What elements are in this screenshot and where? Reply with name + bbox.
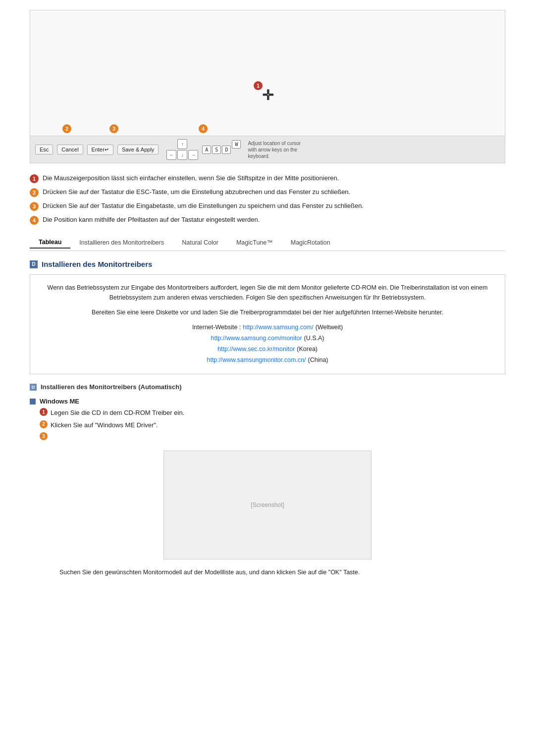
website-label: Internet-Website : bbox=[192, 322, 241, 332]
windows-me-steps: Windows ME 1 Legen Sie die CD in dem CD-… bbox=[40, 398, 505, 443]
bullet-text-3: Drücken Sie auf der Tastatur die Eingabe… bbox=[43, 201, 364, 211]
badge-2: 2 bbox=[62, 124, 71, 133]
enter-button[interactable]: Enter↵ bbox=[87, 145, 113, 155]
tab-magictune[interactable]: MagicTune™ bbox=[227, 237, 282, 248]
auto-install-label: Installieren des Monitortreibers (Automa… bbox=[41, 383, 182, 391]
auto-install-heading: D Installieren des Monitortreibers (Auto… bbox=[30, 383, 505, 391]
bullet-list: 1 Die Mauszeigerposition lässt sich einf… bbox=[30, 173, 505, 225]
letter-keys: A S D W bbox=[202, 140, 241, 159]
bottom-text-content: Suchen Sie den gewünschten Monitormodell… bbox=[59, 569, 360, 576]
win-step-text-2: Klicken Sie auf "Windows ME Driver". bbox=[51, 420, 158, 430]
link-korea[interactable]: http://www.sec.co.kr/monitor bbox=[217, 344, 295, 354]
bullet-badge-4: 4 bbox=[30, 216, 39, 225]
link-china[interactable]: http://www.samsungmonitor.com.cn/ bbox=[207, 355, 306, 365]
link-row-3: http://www.samsungmonitor.com.cn/ (China… bbox=[40, 355, 495, 365]
link-suffix-3: (China) bbox=[308, 355, 328, 365]
bullet-badge-2: 2 bbox=[30, 188, 39, 197]
arrow-up-key[interactable]: ↑ bbox=[177, 139, 187, 149]
info-para-1: Wenn das Betriebssystem zur Eingabe des … bbox=[40, 283, 495, 302]
arrow-right-key[interactable]: → bbox=[188, 150, 198, 160]
tab-magicrotation[interactable]: MagicRotation bbox=[282, 237, 339, 248]
tab-navigation: Tableau Installieren des Monitortreibers… bbox=[30, 237, 505, 251]
win-step-badge-1: 1 bbox=[40, 408, 48, 416]
link-suffix-2: (Korea) bbox=[297, 344, 318, 354]
tab-install-driver[interactable]: Installieren des Monitortreibers bbox=[70, 237, 173, 248]
screenshot-placeholder: [Screenshot] bbox=[163, 451, 372, 559]
tab-natural-color[interactable]: Natural Color bbox=[173, 237, 227, 248]
bullet-text-1: Die Mauszeigerposition lässt sich einfac… bbox=[43, 173, 339, 183]
win-step-text-1: Legen Sie die CD in dem CD-ROM Treiber e… bbox=[51, 408, 184, 418]
auto-install-section: D Installieren des Monitortreibers (Auto… bbox=[30, 383, 505, 391]
bottom-text: Suchen Sie den gewünschten Monitormodell… bbox=[30, 567, 505, 577]
esc-button[interactable]: Esc bbox=[35, 145, 53, 154]
section-title: Installieren des Monitortreibers bbox=[42, 260, 152, 268]
windows-me-section: Windows ME 1 Legen Sie die CD in dem CD-… bbox=[30, 398, 505, 443]
info-box: Wenn das Betriebssystem zur Eingabe des … bbox=[30, 274, 505, 374]
tab-tableau[interactable]: Tableau bbox=[30, 237, 70, 249]
key-w[interactable]: W bbox=[232, 140, 241, 149]
cancel-button[interactable]: Cancel bbox=[57, 145, 83, 154]
arrow-block: ↑ ← ↓ → bbox=[166, 139, 198, 160]
link-suffix-0: (Weltweit) bbox=[316, 322, 343, 332]
badge-4: 4 bbox=[199, 124, 208, 133]
link-usa[interactable]: http://www.samsung.com/monitor bbox=[211, 333, 302, 343]
section-heading: D Installieren des Monitortreibers bbox=[30, 260, 505, 268]
win-step-badge-2: 2 bbox=[40, 420, 48, 428]
bullet-item-2: 2 Drücken Sie auf der Tastatur die ESC-T… bbox=[30, 187, 505, 197]
win-step-3: 3 bbox=[40, 432, 505, 440]
windows-me-icon bbox=[30, 399, 36, 404]
bullet-badge-1: 1 bbox=[30, 174, 39, 183]
key-hint: Adjust location of cursor with arrow key… bbox=[248, 140, 307, 159]
link-row-0: Internet-Website : http://www.samsung.co… bbox=[40, 322, 495, 332]
info-para-2: Bereiten Sie eine leere Diskette vor und… bbox=[40, 307, 495, 317]
arrow-down-key[interactable]: ↓ bbox=[177, 150, 187, 160]
page-wrapper: 1 ✛ 2 3 4 Esc Cancel Enter↵ Save & Apply… bbox=[0, 0, 535, 587]
link-worldwide[interactable]: http://www.samsung.com/ bbox=[243, 322, 313, 332]
arrow-left-key[interactable]: ← bbox=[166, 150, 176, 160]
crosshair-symbol: ✛ bbox=[262, 87, 273, 103]
bullet-text-2: Drücken Sie auf der Tastatur die ESC-Tas… bbox=[43, 187, 350, 197]
bullet-item-3: 3 Drücken Sie auf der Tastatur die Einga… bbox=[30, 201, 505, 211]
win-step-1: 1 Legen Sie die CD in dem CD-ROM Treiber… bbox=[40, 408, 505, 418]
diagram-toolbar: Esc Cancel Enter↵ Save & Apply ↑ ← ↓ → A… bbox=[30, 136, 505, 163]
save-apply-button[interactable]: Save & Apply bbox=[117, 145, 159, 154]
screenshot-label: [Screenshot] bbox=[251, 502, 284, 508]
link-row-1: http://www.samsung.com/monitor (U.S.A) bbox=[40, 333, 495, 343]
links-section: Internet-Website : http://www.samsung.co… bbox=[40, 322, 495, 365]
arrow-keys: ↑ ← ↓ → bbox=[166, 139, 198, 160]
auto-install-icon: D bbox=[30, 384, 37, 391]
bullet-item-4: 4 Die Position kann mithilfe der Pfeilta… bbox=[30, 215, 505, 225]
win-step-2: 2 Klicken Sie auf "Windows ME Driver". bbox=[40, 420, 505, 430]
bullet-item-1: 1 Die Mauszeigerposition lässt sich einf… bbox=[30, 173, 505, 183]
win-step-badge-3: 3 bbox=[40, 432, 48, 440]
key-s[interactable]: S bbox=[212, 146, 221, 154]
key-a[interactable]: A bbox=[202, 146, 211, 154]
bullet-text-4: Die Position kann mithilfe der Pfeiltast… bbox=[43, 215, 260, 225]
bullet-badge-3: 3 bbox=[30, 202, 39, 211]
link-row-2: http://www.sec.co.kr/monitor (Korea) bbox=[40, 344, 495, 354]
badge-1: 1 bbox=[254, 81, 263, 90]
diagram-box: 1 ✛ 2 3 4 Esc Cancel Enter↵ Save & Apply… bbox=[30, 10, 505, 163]
key-d[interactable]: D bbox=[222, 146, 231, 154]
badge-3: 3 bbox=[109, 124, 118, 133]
windows-me-label: Windows ME bbox=[40, 398, 505, 405]
link-suffix-1: (U.S.A) bbox=[304, 333, 324, 343]
section-icon: D bbox=[30, 260, 38, 268]
